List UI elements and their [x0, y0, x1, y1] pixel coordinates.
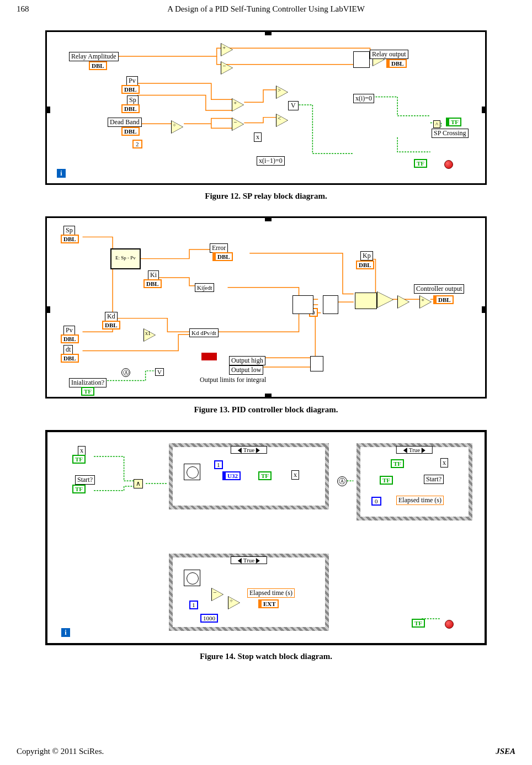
ext-indicator: EXT	[258, 599, 279, 608]
inner-tf-1: TF	[258, 471, 272, 480]
case-frame-3: True TF x TF Start? 0 Elapsed time (s)	[357, 443, 472, 520]
selector-icon	[353, 51, 370, 68]
clock-icon-2: Ⓐ	[121, 368, 130, 377]
figure-14-diagram: x TF Start? TF ∧ True 1 U32 TF x True − …	[45, 430, 487, 645]
case-frame-2: True − ÷ 1 1000 Elapsed time (s) EXT	[169, 554, 329, 631]
xi10-label: x(i−1)=0	[257, 156, 285, 166]
figure-14-caption: Figure 14. Stop watch block diagram.	[17, 652, 515, 661]
pv-label: Pv	[126, 76, 138, 86]
x-inner-label: x	[291, 470, 299, 480]
bottom-tf-2: TF	[412, 619, 425, 628]
v-op: V	[288, 101, 299, 110]
clock-icon-between: Ⓐ	[337, 476, 347, 486]
dt-dbl: DBL	[61, 354, 79, 363]
plus-op-2: +	[222, 44, 226, 51]
page-header: 168 A Design of a PID Self-Tuning Contro…	[17, 4, 515, 14]
output-high-label: Output high	[229, 356, 265, 365]
pv-dbl: DBL	[121, 85, 140, 94]
u32-indicator: U32	[222, 471, 241, 480]
v-op-2: V	[155, 368, 164, 376]
output-limits-label: Output limits for integral	[200, 376, 266, 384]
page-number: 168	[17, 4, 61, 14]
kp-dbl: DBL	[356, 261, 374, 269]
sub-op: −	[213, 589, 216, 596]
plus-final: +	[421, 296, 424, 303]
one-constant: 1	[214, 460, 223, 469]
case-tab-1: True	[231, 446, 267, 454]
dead-band-dbl: DBL	[121, 127, 140, 136]
case-frame-1: True 1 U32 TF x	[169, 443, 329, 509]
sp-crossing-tf: TF	[446, 118, 461, 126]
controller-output-label: Controller output	[414, 284, 464, 294]
pv-dbl-2: DBL	[61, 334, 79, 343]
sp-dbl-2: DBL	[61, 235, 79, 243]
initialization-label: Inialization?	[69, 378, 107, 387]
sp-label: Sp	[127, 95, 139, 105]
kd-dbl: DBL	[102, 321, 120, 330]
sum-block	[355, 293, 377, 309]
relay-amplitude-label: Relay Amplitude	[69, 52, 119, 61]
plus-op-1: +	[233, 99, 237, 106]
error-label: Error	[210, 243, 228, 253]
ki-dbl: DBL	[143, 279, 162, 288]
kd-label: Kd	[105, 312, 118, 321]
page-footer: Copyright © 2011 SciRes. JSEA	[17, 747, 515, 756]
clock-icon-4	[184, 570, 200, 586]
relay-output-dbl: DBL	[386, 59, 407, 68]
dead-band-label: Dead Band	[108, 118, 142, 127]
sp-dbl: DBL	[121, 104, 140, 113]
one-constant-2: 1	[189, 601, 198, 609]
build-block	[323, 295, 338, 314]
sp-crossing-label: SP Crossing	[432, 129, 469, 138]
kp-label: Kp	[360, 251, 373, 261]
case-tab-2: True	[231, 556, 267, 564]
initialization-tf: TF	[81, 387, 94, 396]
and-op: ^	[433, 120, 440, 128]
case-tab-3: True	[396, 446, 433, 454]
pv-label-2: Pv	[63, 326, 75, 335]
figure-13-diagram: Sp DBL Pv DBL dt DBL E: Sp - Pv Ki DBL K…	[45, 216, 487, 399]
constant-2: 2	[132, 140, 142, 148]
inner-tf-3a: TF	[391, 459, 404, 468]
copyright-text: Copyright © 2011 SciRes.	[17, 747, 104, 756]
sp-label-2: Sp	[63, 226, 75, 235]
selector-block	[292, 295, 313, 314]
x-label: x	[78, 446, 86, 455]
output-low-label: Output low	[229, 365, 263, 375]
gt-op: >	[278, 87, 281, 93]
and-op-2: ∧	[134, 479, 143, 488]
controller-output-dbl: DBL	[433, 295, 454, 304]
start-label: Start?	[75, 475, 95, 485]
bottom-tf: TF	[414, 159, 427, 168]
elapsed-label-2: Elapsed time (s)	[396, 496, 444, 505]
ki-label: Ki	[148, 270, 159, 280]
paper-title: A Design of a PID Self-Tuning Controller…	[61, 4, 471, 14]
figure-12-caption: Figure 12. SP relay block diagram.	[17, 192, 515, 201]
div-op-2: ÷	[230, 597, 233, 604]
x-tf: TF	[72, 455, 86, 464]
dt-label: dt	[63, 345, 73, 354]
x1-op: x1	[145, 330, 151, 336]
elapsed-label-1: Elapsed time (s)	[247, 588, 295, 598]
inner-tf-3b: TF	[380, 476, 393, 485]
info-icon-2: i	[61, 628, 70, 637]
start-inner-label: Start?	[424, 475, 444, 484]
stop-indicator-icon-2	[445, 620, 454, 629]
kd-derivative-block: Kd dPv/dt	[189, 328, 219, 337]
divide-op: ÷	[173, 121, 176, 128]
info-icon: i	[57, 169, 66, 178]
minus-op-2: −	[222, 62, 226, 69]
relay-amplitude-dbl: DBL	[89, 61, 107, 70]
lt-op: <	[278, 115, 281, 121]
relay-output-label: Relay output	[370, 50, 408, 59]
figure-12-diagram: Relay Amplitude DBL Pv DBL Sp DBL Dead B…	[45, 30, 487, 185]
xi0-label: x(i)=0	[353, 94, 374, 103]
x-op: x	[254, 132, 262, 142]
x-inner-label-2: x	[440, 458, 448, 468]
limit-block	[310, 356, 323, 371]
ki-integral-block: Ki∫edt	[195, 283, 214, 292]
minus-op-1: −	[233, 119, 237, 125]
figure-13-caption: Figure 13. PID controller block diagram.	[17, 405, 515, 415]
limit-indicator	[201, 353, 217, 360]
stop-indicator-icon	[444, 160, 453, 169]
